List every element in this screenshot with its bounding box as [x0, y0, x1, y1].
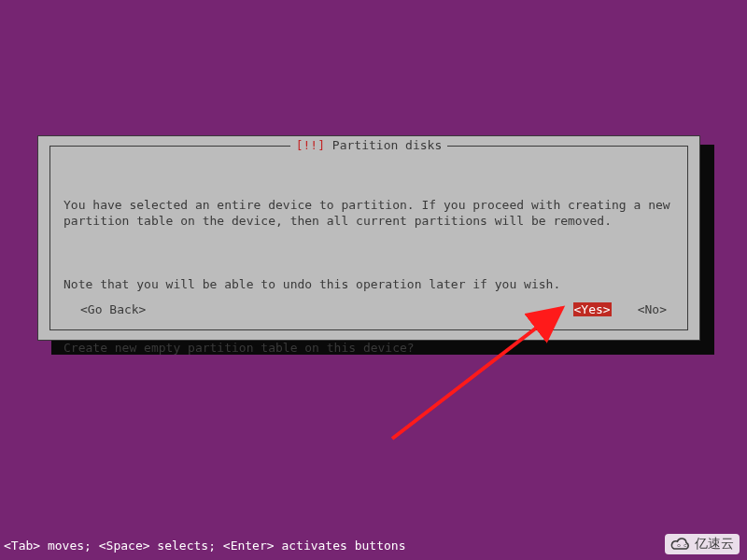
button-row: <Go Back> <Yes> <No> — [63, 302, 674, 316]
undo-note: Note that you will be able to undo this … — [63, 276, 674, 292]
partition-dialog: [!!] Partition disks You have selected a… — [37, 135, 700, 341]
dialog-title-bang: [!!] — [296, 138, 325, 152]
svg-text:ဝင: ဝင — [674, 542, 687, 549]
confirmation-question: Create new empty partition table on this… — [63, 340, 674, 356]
warning-paragraph: You have selected an entire device to pa… — [63, 197, 674, 229]
no-button[interactable]: <No> — [638, 302, 667, 316]
cloud-icon: ဝင — [670, 537, 691, 552]
dialog-title-wrap: [!!] Partition disks — [50, 138, 687, 152]
dialog-title: [!!] Partition disks — [290, 138, 448, 152]
dialog-inner: [!!] Partition disks You have selected a… — [49, 146, 688, 330]
status-bar: <Tab> moves; <Space> selects; <Enter> ac… — [4, 539, 405, 553]
go-back-button[interactable]: <Go Back> — [80, 302, 146, 316]
spacer — [146, 302, 572, 316]
yes-button[interactable]: <Yes> — [573, 302, 612, 316]
dialog-title-text: Partition disks — [325, 138, 442, 152]
dialog-body: You have selected an entire device to pa… — [63, 165, 674, 387]
watermark-text: 亿速云 — [695, 536, 734, 553]
watermark: ဝင 亿速云 — [665, 534, 740, 554]
